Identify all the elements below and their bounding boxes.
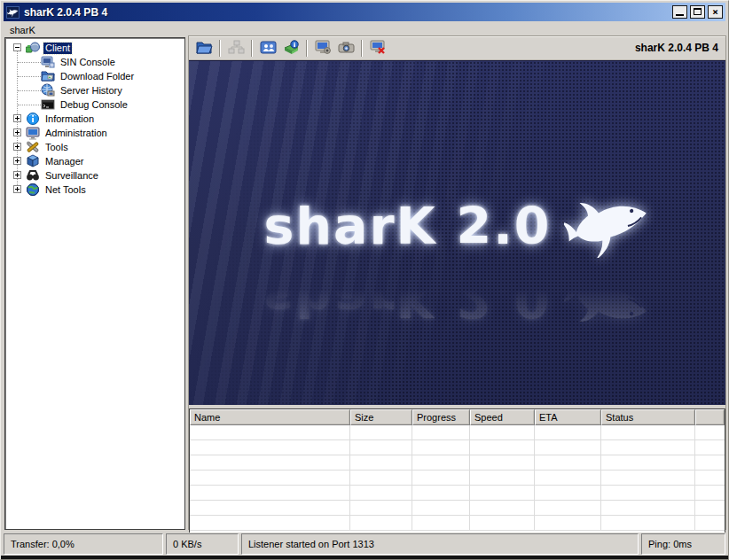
- table-cell: [601, 440, 695, 455]
- window-title: sharK 2.0.4 PB 4: [24, 6, 672, 19]
- remote-screen-icon: [315, 40, 332, 57]
- shark-banner: sharK 2.0 sharK 2.0: [189, 60, 725, 405]
- tree-item-manager[interactable]: Manager: [7, 154, 183, 168]
- column-header-progress[interactable]: Progress: [412, 409, 470, 425]
- status-panel-transfer: Transfer: 0,0%: [4, 533, 163, 555]
- toolbar-separator: [306, 40, 308, 57]
- minimize-icon: [676, 14, 684, 16]
- table-cell: [190, 455, 350, 471]
- tree-item-label: Debug Console: [59, 99, 129, 111]
- toolbar-separator: [219, 40, 221, 57]
- table-cell: [535, 471, 601, 486]
- shark-logo-icon: [564, 192, 651, 260]
- window-bottom-edge: [1, 556, 728, 559]
- tree-item-download-folder[interactable]: Download Folder: [7, 69, 183, 83]
- tools-icon: [26, 140, 40, 154]
- open-download-folder-button[interactable]: [192, 38, 216, 58]
- tree-branch-line: [18, 62, 41, 63]
- expand-toggle[interactable]: [13, 114, 21, 122]
- status-panel-speed: 0 KB/s: [166, 533, 239, 555]
- table-cell: [601, 486, 695, 501]
- tree-item-debug-console[interactable]: Debug Console: [7, 97, 183, 112]
- app-shark-icon: [6, 6, 20, 19]
- table-row: [190, 440, 725, 455]
- tree-item-sin-console[interactable]: SIN Console: [7, 55, 183, 69]
- server-history-icon: [41, 83, 55, 97]
- table-cell: [535, 516, 601, 531]
- navigation-tree: ClientSIN ConsoleDownload FolderServer H…: [4, 37, 185, 530]
- table-cell: [535, 486, 601, 501]
- table-cell: [470, 516, 535, 531]
- tree-branch-line: [18, 90, 41, 91]
- column-header-name[interactable]: Name: [190, 409, 350, 425]
- column-header-size[interactable]: Size: [350, 409, 412, 425]
- table-row: [190, 471, 725, 486]
- toolbar-separator: [251, 40, 253, 57]
- tree-item-label: Information: [43, 113, 96, 125]
- client-settings-button[interactable]: [256, 38, 279, 58]
- table-cell: [190, 440, 350, 455]
- tree-item-label: Manager: [43, 156, 85, 167]
- tree-item-net-tools[interactable]: Net Tools: [7, 183, 183, 197]
- table-cell: [350, 516, 412, 531]
- tree-item-information[interactable]: Information: [7, 112, 183, 126]
- debug-console-icon: [41, 97, 55, 112]
- information-icon: [26, 112, 40, 126]
- column-header-speed[interactable]: Speed: [470, 409, 535, 425]
- table-cell: [470, 471, 535, 486]
- table-cell: [412, 440, 470, 455]
- table-cell: [470, 440, 535, 455]
- menu-shark[interactable]: sharK: [4, 24, 41, 36]
- table-cell: [190, 486, 350, 501]
- table-cell: [350, 471, 412, 486]
- table-cell: [695, 501, 725, 516]
- collapse-toggle[interactable]: [13, 43, 21, 51]
- maximize-button[interactable]: [690, 5, 705, 19]
- table-cell: [535, 440, 601, 455]
- network-button: [224, 38, 247, 58]
- expand-toggle[interactable]: [13, 128, 21, 136]
- expand-toggle[interactable]: [13, 143, 21, 151]
- folder-open-icon: [196, 40, 213, 57]
- tree-item-server-history[interactable]: Server History: [7, 83, 183, 97]
- column-header-eta[interactable]: ETA: [535, 409, 601, 425]
- tree-item-label: Client: [43, 43, 72, 54]
- expand-toggle[interactable]: [13, 185, 21, 193]
- manager-icon: [26, 154, 40, 168]
- remote-screen-button[interactable]: [311, 38, 334, 58]
- table-cell: [412, 471, 470, 486]
- table-row: [190, 501, 725, 516]
- tree-item-label: Administration: [43, 128, 109, 139]
- transfers-table-body: [190, 425, 725, 533]
- expand-toggle[interactable]: [13, 157, 21, 165]
- tree-branch-line: [18, 105, 41, 105]
- tree-item-administration[interactable]: Administration: [7, 126, 183, 140]
- server-info-button[interactable]: [279, 38, 302, 58]
- table-cell: [470, 425, 535, 440]
- close-button[interactable]: ×: [708, 5, 723, 19]
- table-cell: [470, 455, 535, 471]
- tree-item-label: Surveillance: [43, 170, 100, 182]
- tree-item-label: Net Tools: [43, 184, 88, 196]
- camera-icon: [338, 40, 355, 57]
- tree-item-client[interactable]: Client: [7, 41, 183, 55]
- expand-toggle[interactable]: [13, 171, 21, 179]
- table-cell: [695, 440, 725, 455]
- status-panel-ping: Ping: 0ms: [641, 533, 725, 555]
- main-panel: sharK 2.0.4 PB 4 sharK 2.0 sharK 2.0 Nam: [188, 35, 726, 530]
- column-header-status[interactable]: Status: [601, 409, 695, 425]
- table-row: [190, 425, 725, 440]
- tree-item-label: Download Folder: [59, 71, 136, 82]
- toolbar-separator: [361, 40, 363, 57]
- table-cell: [601, 516, 695, 531]
- tree-item-surveillance[interactable]: Surveillance: [7, 168, 183, 183]
- tree-item-tools[interactable]: Tools: [7, 140, 183, 154]
- disconnect-button[interactable]: [366, 38, 389, 58]
- transfers-table-header: NameSizeProgressSpeedETAStatus: [190, 409, 725, 425]
- table-cell: [535, 455, 601, 471]
- table-cell: [470, 501, 535, 516]
- table-cell: [412, 501, 470, 516]
- status-panel-listener: Listener started on Port 1313: [241, 533, 639, 555]
- webcam-capture-button[interactable]: [334, 38, 357, 58]
- minimize-button[interactable]: [672, 5, 687, 19]
